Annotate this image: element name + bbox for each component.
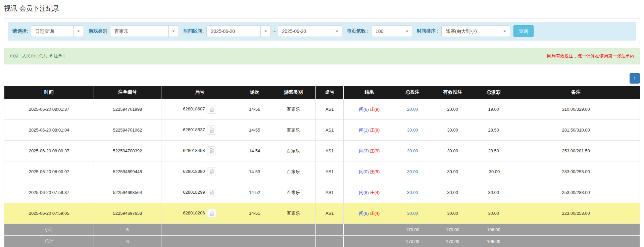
total-bet-link[interactable]: 30.00 xyxy=(407,169,418,174)
cell-bet-id: 522594701062 xyxy=(94,120,161,141)
cell-bet-id: 522594697653 xyxy=(94,203,161,224)
cell-empty xyxy=(271,224,316,236)
table-row: 2025-06-20 07:59:37 522594698564 6280182… xyxy=(4,182,640,203)
cell-payout: 28.50 xyxy=(475,141,512,161)
result-banker: 庄(9) xyxy=(370,128,380,133)
cell-bet-id: 522594700392 xyxy=(94,141,161,161)
result-player: 闲(1) xyxy=(359,128,369,133)
grand-total-label: 总计 xyxy=(4,236,94,247)
total-bet-link[interactable]: 20.00 xyxy=(407,107,418,112)
video-record-icon[interactable] xyxy=(207,105,216,114)
cell-game-type: 百家乐 xyxy=(271,182,316,203)
video-record-icon[interactable] xyxy=(207,167,216,176)
chevron-down-icon[interactable] xyxy=(260,26,270,37)
total-bet-link[interactable]: 30.00 xyxy=(407,190,418,195)
grand-total-row: 总计 6 170.00 170.00 106.00 xyxy=(4,236,640,247)
game-type-value: 百家乐 xyxy=(110,26,168,37)
cell-valid-bet: 30.00 xyxy=(430,161,475,182)
cell-remark: 253.00/281.50 xyxy=(512,141,640,161)
subtotal-count: 6 xyxy=(94,224,161,236)
cell-payout: 30.00 xyxy=(475,182,512,203)
cell-valid-bet: 30.00 xyxy=(430,141,475,161)
chevron-down-icon[interactable] xyxy=(73,26,84,37)
page-size-label: 每页笔数 : xyxy=(347,28,369,34)
table-row: 2025-06-20 08:00:37 522594700392 6280184… xyxy=(4,141,640,161)
video-record-icon[interactable] xyxy=(207,126,216,135)
subtotal-label: 小计 xyxy=(4,224,94,236)
page-size-select[interactable]: 100 xyxy=(371,26,412,37)
cell-round-id: 628018607 xyxy=(161,99,238,120)
cell-empty xyxy=(512,224,640,236)
chevron-down-icon[interactable] xyxy=(500,26,510,37)
chevron-down-icon[interactable] xyxy=(402,26,412,37)
search-button[interactable]: 查询 xyxy=(513,25,534,37)
col-result: 结果 xyxy=(344,86,395,99)
cell-payout: 19.00 xyxy=(475,99,512,120)
cell-empty xyxy=(238,236,271,247)
cell-remark: 310.00/329.00 xyxy=(512,99,640,120)
table-row: 2025-06-20 08:01:04 522594701062 6280185… xyxy=(4,120,640,141)
sort-value: 降幂(由大到小) xyxy=(442,26,500,37)
filter-panel: 请选择: 日期查询 游戏类别 百家乐 时间区间: 2025-06-20 ~ 20… xyxy=(4,18,640,44)
cell-game-type: 百家乐 xyxy=(271,141,316,161)
cell-game-type: 百家乐 xyxy=(271,99,316,120)
date-from-value: 2025-06-20 xyxy=(207,26,260,37)
cell-game-type: 百家乐 xyxy=(271,161,316,182)
subtotal-payout: 106.00 xyxy=(475,224,512,236)
round-id-text: 628018299 xyxy=(183,190,205,195)
date-from-select[interactable]: 2025-06-20 xyxy=(206,26,271,37)
sort-select[interactable]: 降幂(由大到小) xyxy=(441,26,510,37)
cell-total-bet: 30.00 xyxy=(395,141,430,161)
video-record-icon[interactable] xyxy=(207,146,216,155)
cell-session: 14-52 xyxy=(238,182,271,203)
cell-bet-id: 522594699448 xyxy=(94,161,161,182)
table-footer: 小计 6 170.00 170.00 106.00 总计 6 xyxy=(4,224,640,247)
date-range-tilde: ~ xyxy=(273,29,276,34)
chevron-down-icon[interactable] xyxy=(332,26,342,37)
cell-session: 14-54 xyxy=(238,141,271,161)
total-bet-link[interactable]: 30.00 xyxy=(407,148,418,153)
cell-session: 14-55 xyxy=(238,120,271,141)
time-range-label: 时间区间: xyxy=(184,28,204,34)
game-type-select[interactable]: 百家乐 xyxy=(110,26,179,37)
cell-empty xyxy=(512,236,640,247)
video-record-icon[interactable] xyxy=(207,188,216,197)
cell-time: 2025-06-20 08:01:37 xyxy=(4,99,94,120)
round-id-text: 628018607 xyxy=(183,106,205,111)
query-type-select[interactable]: 日期查询 xyxy=(31,26,84,37)
page-title: 视讯 会员下注纪录 xyxy=(4,4,640,13)
grand-total-total-bet: 170.00 xyxy=(395,236,430,247)
cell-total-bet: 20.00 xyxy=(395,99,430,120)
result-player: 闲(6) xyxy=(359,107,369,112)
col-payout: 总派彩 xyxy=(475,86,512,99)
result-banker: 庄(4) xyxy=(370,190,380,195)
page: 视讯 会员下注纪录 请选择: 日期查询 游戏类别 百家乐 时间区间: 2025-… xyxy=(0,0,644,247)
cell-payout: 28.50 xyxy=(475,120,512,141)
total-bet-link[interactable]: 30.00 xyxy=(407,211,418,216)
summary-warning-note: 同局有效投注，统一计算在该局第一张注单内 xyxy=(547,53,634,59)
header-row: 时间 注单编号 局号 场次 游戏类别 桌号 结果 总投注 有效投注 总派彩 备注 xyxy=(4,86,640,99)
cell-table-no: AS1 xyxy=(316,161,344,182)
subtotal-row: 小计 6 170.00 170.00 106.00 xyxy=(4,224,640,236)
query-type-value: 日期查询 xyxy=(31,26,73,37)
page-1-button[interactable]: 1 xyxy=(630,73,640,84)
total-bet-link[interactable]: 30.00 xyxy=(407,128,418,133)
cell-round-id: 628018206 xyxy=(161,203,238,224)
cell-result: 闲(0) 庄(9) xyxy=(344,161,395,182)
pagination-top: 1 xyxy=(4,73,640,84)
col-bet-id: 注单编号 xyxy=(94,86,161,99)
result-player: 闲(8) xyxy=(359,190,369,195)
video-record-icon[interactable] xyxy=(207,209,216,218)
cell-time: 2025-06-20 07:59:05 xyxy=(4,203,94,224)
cell-empty xyxy=(161,224,238,236)
cell-remark: 223.00/253.00 xyxy=(512,203,640,224)
chevron-down-icon[interactable] xyxy=(168,26,179,37)
cell-valid-bet: 30.00 xyxy=(430,120,475,141)
cell-table-no: AS1 xyxy=(316,120,344,141)
cell-valid-bet: 30.00 xyxy=(430,182,475,203)
date-to-select[interactable]: 2025-06-20 xyxy=(278,26,342,37)
round-id-text: 628018458 xyxy=(183,148,205,153)
query-type-label: 请选择: xyxy=(12,28,28,34)
cell-round-id: 628018537 xyxy=(161,120,238,141)
cell-payout: 30.00 xyxy=(475,203,512,224)
